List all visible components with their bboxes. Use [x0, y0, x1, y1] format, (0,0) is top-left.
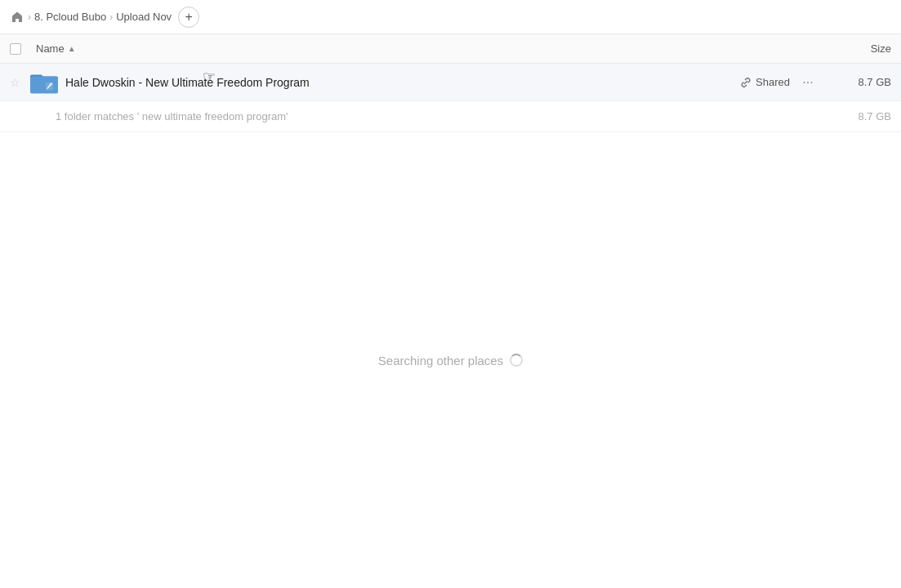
shared-badge: Shared [740, 76, 790, 88]
select-all-checkbox-wrap[interactable] [10, 43, 36, 55]
more-options-button[interactable]: ··· [796, 71, 819, 94]
breadcrumb-separator-2: › [109, 11, 113, 23]
searching-status: Searching other places [378, 354, 523, 368]
searching-label: Searching other places [378, 354, 503, 368]
svg-rect-2 [30, 76, 58, 93]
more-options-icon: ··· [802, 75, 813, 90]
add-button[interactable]: + [178, 7, 199, 28]
folder-icon [30, 71, 58, 94]
breadcrumb: › 8. Pcloud Bubo › Upload Nov + [10, 7, 199, 28]
name-column-label: Name [36, 42, 65, 55]
breadcrumb-separator-1: › [28, 11, 31, 23]
file-name: Hale Dwoskin - New Ultimate Freedom Prog… [65, 76, 740, 89]
breadcrumb-upload[interactable]: Upload Nov [116, 11, 172, 23]
select-all-checkbox[interactable] [10, 43, 21, 55]
size-column-label: Size [871, 42, 891, 55]
breadcrumb-pcloud[interactable]: 8. Pcloud Bubo [34, 11, 106, 23]
size-column-header[interactable]: Size [810, 42, 891, 55]
link-icon [740, 77, 752, 88]
column-headers: Name ▲ Size [0, 34, 901, 64]
folder-icon-wrap [29, 68, 59, 97]
breadcrumb-pcloud-label: 8. Pcloud Bubo [34, 11, 106, 23]
home-icon[interactable] [10, 10, 25, 24]
file-size: 8.7 GB [826, 76, 891, 88]
toolbar: › 8. Pcloud Bubo › Upload Nov + [0, 0, 901, 34]
summary-size: 8.7 GB [826, 110, 891, 122]
shared-label: Shared [756, 76, 790, 88]
sort-arrow-icon: ▲ [68, 44, 76, 53]
summary-text: 1 folder matches ' new ultimate freedom … [56, 110, 826, 122]
home-breadcrumb[interactable] [10, 10, 25, 24]
star-icon[interactable]: ☆ [10, 76, 29, 89]
name-column-header[interactable]: Name ▲ [36, 42, 810, 55]
file-row[interactable]: ☆ Hale Dwoskin - New Ultimate Freedom Pr… [0, 64, 901, 101]
loading-spinner [510, 354, 523, 367]
main-content: Searching other places [0, 132, 901, 588]
summary-row: 1 folder matches ' new ultimate freedom … [0, 101, 901, 132]
breadcrumb-upload-label: Upload Nov [116, 11, 172, 23]
